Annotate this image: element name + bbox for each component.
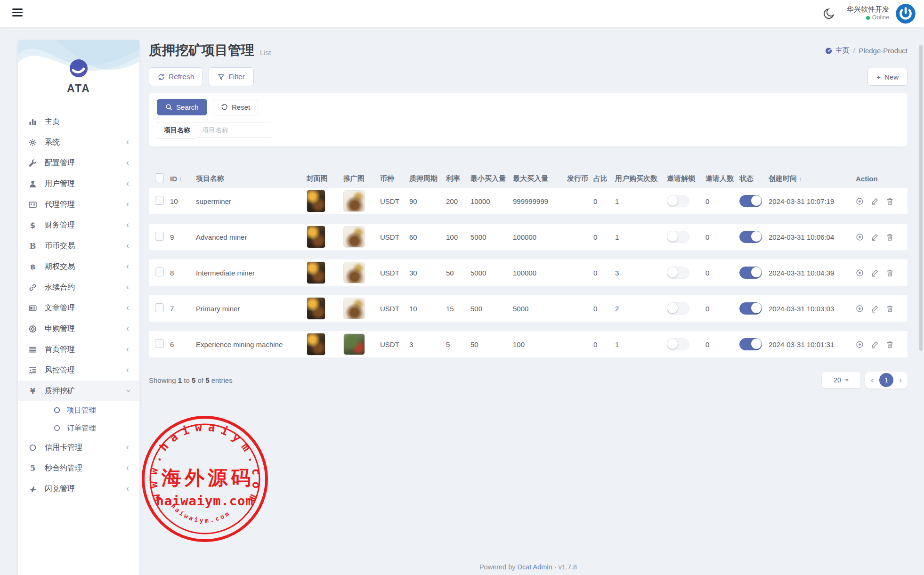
- trash-icon[interactable]: [886, 340, 894, 348]
- edit-pencil-icon[interactable]: [871, 269, 879, 277]
- sidebar-item-wrench[interactable]: 配置管理 ‹: [18, 153, 139, 173]
- sidebar-item-jet[interactable]: 闪兑管理 ‹: [18, 478, 139, 499]
- column-header[interactable]: 最小买入量: [470, 174, 513, 183]
- column-header[interactable]: 用户购买次数: [615, 174, 667, 183]
- edit-pencil-icon[interactable]: [871, 197, 879, 205]
- column-header[interactable]: 最大买入量: [513, 174, 567, 183]
- sidebar-item-id-card[interactable]: 代理管理 ‹: [18, 194, 139, 215]
- trash-icon[interactable]: [886, 197, 894, 205]
- sidebar-item-newspaper[interactable]: 文章管理 ‹: [18, 298, 139, 318]
- status-toggle[interactable]: [739, 231, 762, 243]
- sidebar-item-link[interactable]: 永续合约 ‹: [18, 277, 139, 298]
- promo-image-thumbnail[interactable]: [343, 333, 365, 355]
- sidebar-item-outdent[interactable]: 风控管理 ‹: [18, 360, 139, 381]
- promo-image-thumbnail[interactable]: [343, 190, 365, 212]
- row-checkbox[interactable]: [155, 196, 164, 205]
- row-checkbox[interactable]: [155, 339, 164, 348]
- column-header[interactable]: 状态: [739, 174, 769, 183]
- sort-arrow-icon[interactable]: ↑: [799, 175, 802, 182]
- sidebar-toggle-button[interactable]: [12, 8, 23, 18]
- sidebar-item-bold-b[interactable]: B 币币交易 ‹: [18, 235, 139, 256]
- column-header[interactable]: 质押周期: [409, 174, 446, 183]
- sidebar-subitem[interactable]: 项目管理: [18, 401, 139, 419]
- prev-page-button[interactable]: ‹: [870, 375, 875, 385]
- sidebar-item-chart-bar[interactable]: 主页 ‹: [18, 111, 139, 132]
- user-name[interactable]: 华兴软件开发: [847, 5, 889, 14]
- project-name-input[interactable]: [197, 122, 271, 138]
- select-all-checkbox[interactable]: [155, 173, 164, 182]
- sidebar-item-circle[interactable]: 信用卡管理 ‹: [18, 437, 139, 458]
- trash-icon[interactable]: [886, 305, 894, 313]
- new-button[interactable]: + New: [867, 68, 908, 86]
- status-toggle[interactable]: [739, 195, 762, 207]
- invite-unlock-toggle[interactable]: [667, 338, 689, 350]
- sort-arrow-icon[interactable]: ↑: [179, 175, 182, 182]
- promo-image-thumbnail[interactable]: [343, 226, 365, 248]
- status-toggle[interactable]: [739, 267, 762, 279]
- eye-icon[interactable]: [856, 340, 864, 348]
- invite-unlock-toggle[interactable]: [667, 267, 689, 279]
- sidebar-item-gear[interactable]: 系统 ‹: [18, 132, 139, 153]
- breadcrumb-home-link[interactable]: 主页: [825, 46, 849, 55]
- column-header[interactable]: 币种: [380, 174, 409, 183]
- sidebar-item-life-ring[interactable]: 申购管理 ‹: [18, 318, 139, 339]
- refresh-button[interactable]: Refresh: [149, 67, 203, 86]
- cover-image-thumbnail[interactable]: [307, 261, 325, 284]
- column-header[interactable]: 创建时间 ↑: [769, 174, 856, 183]
- filter-button[interactable]: Filter: [209, 67, 253, 86]
- eye-icon[interactable]: [856, 305, 864, 313]
- invite-unlock-toggle[interactable]: [667, 231, 689, 243]
- cover-image-thumbnail[interactable]: [307, 190, 325, 212]
- row-checkbox[interactable]: [155, 232, 164, 241]
- column-header[interactable]: ID ↑: [170, 175, 196, 183]
- column-header[interactable]: 封面图: [307, 174, 343, 183]
- sidebar-item-baht[interactable]: ฿ 期权交易 ‹: [18, 256, 139, 277]
- eye-icon[interactable]: [856, 233, 864, 241]
- invite-unlock-toggle[interactable]: [667, 302, 689, 315]
- user-avatar[interactable]: [896, 4, 916, 24]
- column-header[interactable]: 推广图: [343, 174, 380, 183]
- row-checkbox[interactable]: [155, 303, 164, 312]
- invite-unlock-toggle[interactable]: [667, 195, 689, 207]
- row-checkbox[interactable]: [155, 267, 164, 276]
- watermark-stamp: www.haiwaiym.com haiwaiym.com 海外源码 haiwa…: [140, 414, 270, 544]
- dark-mode-toggle-icon[interactable]: [823, 8, 835, 20]
- promo-image-thumbnail[interactable]: [343, 298, 365, 319]
- sidebar-item-dollar[interactable]: $ 财务管理 ‹: [18, 215, 139, 235]
- eye-icon[interactable]: [856, 269, 864, 277]
- trash-icon[interactable]: [886, 269, 894, 277]
- sidebar-subitem[interactable]: 订单管理: [18, 419, 139, 437]
- cover-image-thumbnail[interactable]: [307, 297, 325, 320]
- promo-image-thumbnail[interactable]: [343, 262, 365, 283]
- reset-button[interactable]: Reset: [213, 99, 258, 115]
- sidebar-item-five[interactable]: 5 秒合约管理 ‹: [18, 458, 139, 478]
- cell-pledge-period: 10: [409, 305, 446, 313]
- column-header[interactable]: 利率: [446, 174, 470, 183]
- column-header[interactable]: 邀请解锁: [667, 174, 705, 183]
- sidebar-item-align-justify[interactable]: 首页管理 ‹: [18, 339, 139, 360]
- cover-image-thumbnail[interactable]: [307, 333, 325, 356]
- edit-pencil-icon[interactable]: [871, 340, 879, 348]
- eye-icon[interactable]: [856, 197, 864, 205]
- dcat-admin-link[interactable]: Dcat Admin: [518, 563, 552, 571]
- column-header[interactable]: 项目名称: [196, 174, 307, 183]
- status-toggle[interactable]: [739, 302, 762, 315]
- current-page-button[interactable]: 1: [879, 373, 893, 387]
- status-toggle[interactable]: [739, 338, 762, 350]
- column-header[interactable]: 发行币: [567, 174, 593, 183]
- cover-image-thumbnail[interactable]: [307, 226, 325, 248]
- column-header[interactable]: Action: [856, 175, 908, 183]
- edit-pencil-icon[interactable]: [871, 233, 879, 241]
- page-size-select[interactable]: 20: [822, 372, 860, 388]
- column-header[interactable]: 占比: [593, 174, 615, 183]
- scrollbar-thumb[interactable]: [919, 45, 923, 351]
- column-header[interactable]: 邀请人数: [705, 174, 739, 183]
- sidebar-item-user[interactable]: 用户管理 ‹: [18, 173, 139, 194]
- edit-pencil-icon[interactable]: [871, 305, 879, 313]
- trash-icon[interactable]: [886, 233, 894, 241]
- sidebar-item-yen[interactable]: ¥ 质押挖矿 ‹: [18, 381, 139, 401]
- next-page-button[interactable]: ›: [898, 375, 903, 385]
- search-button[interactable]: Search: [157, 99, 207, 115]
- cell-min-buy: 5000: [470, 233, 513, 241]
- brand-logo[interactable]: [69, 59, 88, 78]
